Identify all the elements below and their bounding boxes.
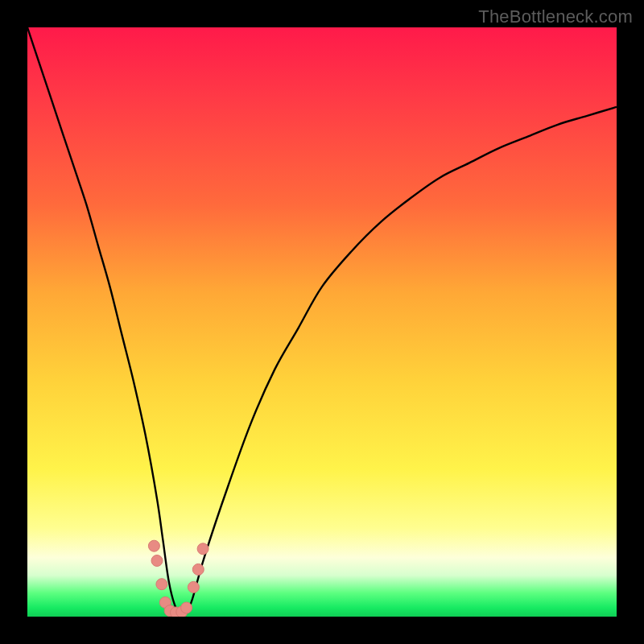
chart-frame: TheBottleneck.com bbox=[0, 0, 644, 644]
curve-marker bbox=[197, 543, 208, 555]
chart-plot-area bbox=[27, 27, 617, 617]
bottleneck-curve-svg bbox=[27, 27, 617, 617]
curve-marker bbox=[192, 564, 204, 575]
markers-group bbox=[148, 540, 208, 617]
curve-marker bbox=[181, 602, 192, 613]
watermark-label: TheBottleneck.com bbox=[478, 6, 633, 27]
curve-group bbox=[27, 27, 617, 614]
curve-marker bbox=[156, 579, 167, 590]
curve-marker bbox=[188, 581, 199, 592]
bottleneck-curve-path bbox=[27, 27, 617, 614]
curve-marker bbox=[151, 555, 163, 567]
curve-marker bbox=[148, 540, 159, 551]
